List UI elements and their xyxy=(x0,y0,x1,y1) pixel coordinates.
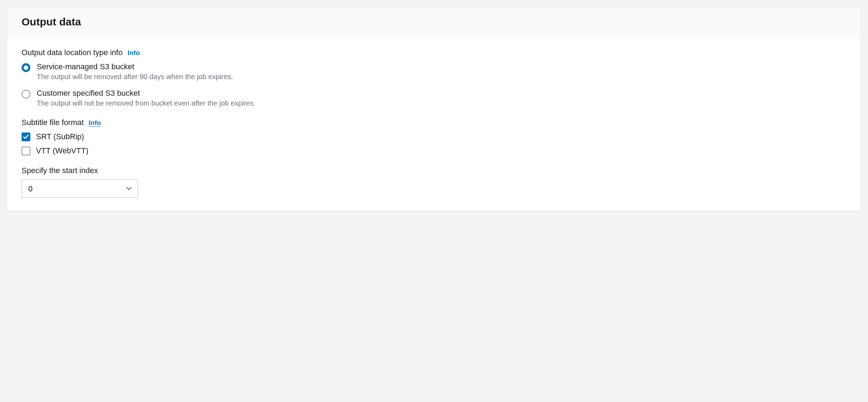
radio-option-customer-specified[interactable]: Customer specified S3 bucket The output … xyxy=(22,89,846,107)
radio-desc-customer-specified: The output will not be removed from buck… xyxy=(37,99,255,107)
radio-customer-specified[interactable] xyxy=(22,90,30,99)
checkbox-option-srt[interactable]: SRT (SubRip) xyxy=(22,132,846,141)
subtitle-format-label: Subtitle file format xyxy=(22,118,84,127)
output-data-info-link[interactable]: Info xyxy=(127,49,140,57)
output-data-panel: Output data Output data location type in… xyxy=(7,7,861,211)
checkbox-vtt[interactable] xyxy=(22,147,30,155)
start-index-select-wrapper: 0 xyxy=(22,179,138,198)
field-label-row: Output data location type info Info xyxy=(22,48,846,57)
checkbox-option-vtt[interactable]: VTT (WebVTT) xyxy=(22,146,846,155)
field-label-row: Subtitle file format Info xyxy=(22,118,846,127)
radio-label-customer-specified[interactable]: Customer specified S3 bucket xyxy=(37,89,255,98)
output-data-location-label: Output data location type info xyxy=(22,48,123,57)
radio-service-managed[interactable] xyxy=(22,63,30,72)
output-data-location-group: Output data location type info Info Serv… xyxy=(22,48,846,107)
panel-header: Output data xyxy=(7,7,861,38)
radio-content: Customer specified S3 bucket The output … xyxy=(37,89,255,107)
subtitle-format-group: Subtitle file format Info SRT (SubRip) V xyxy=(22,118,846,155)
check-icon xyxy=(23,134,29,140)
panel-body: Output data location type info Info Serv… xyxy=(7,38,861,211)
start-index-select[interactable]: 0 xyxy=(22,179,138,198)
radio-label-service-managed[interactable]: Service-managed S3 bucket xyxy=(37,62,233,71)
checkbox-label-srt[interactable]: SRT (SubRip) xyxy=(36,132,84,141)
field-label-row: Specify the start index xyxy=(22,166,846,175)
radio-content: Service-managed S3 bucket The output wil… xyxy=(37,62,233,81)
radio-desc-service-managed: The output will be removed after 90 days… xyxy=(37,73,233,81)
start-index-label: Specify the start index xyxy=(22,166,98,175)
panel-title: Output data xyxy=(22,16,846,28)
radio-option-service-managed[interactable]: Service-managed S3 bucket The output wil… xyxy=(22,62,846,81)
subtitle-info-link[interactable]: Info xyxy=(89,119,101,127)
checkbox-srt[interactable] xyxy=(22,132,30,141)
checkbox-label-vtt[interactable]: VTT (WebVTT) xyxy=(36,146,88,155)
start-index-group: Specify the start index 0 xyxy=(22,166,846,198)
